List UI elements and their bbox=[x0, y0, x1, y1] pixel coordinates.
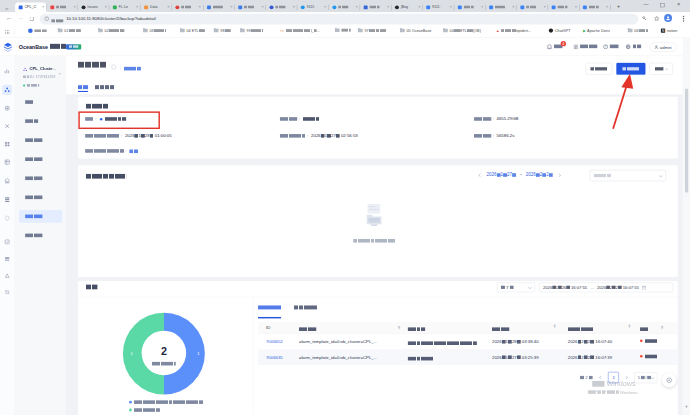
svg-text:?: ? bbox=[605, 45, 607, 49]
